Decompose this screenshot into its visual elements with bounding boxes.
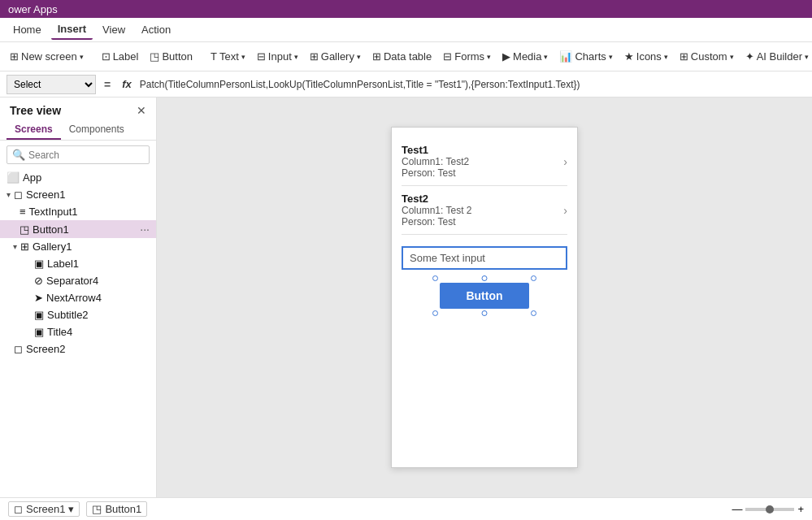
label-icon: ⊡ xyxy=(102,50,111,63)
app-icon: ⬜ xyxy=(7,171,20,184)
toolbar-gallery[interactable]: ⊞ Gallery ▾ xyxy=(305,47,366,66)
tree-item-screen1[interactable]: ▾ ◻ Screen1 xyxy=(0,186,156,203)
toolbar-custom[interactable]: ⊞ Custom ▾ xyxy=(675,47,739,66)
toolbar-ai-builder[interactable]: ✦ AI Builder ▾ xyxy=(740,47,812,66)
tree-item-title4[interactable]: ▣ Title4 xyxy=(0,323,156,340)
search-icon: 🔍 xyxy=(12,149,25,161)
button-container: Button xyxy=(402,283,567,309)
status-right: — + xyxy=(732,503,804,515)
handle-bl xyxy=(432,310,438,316)
gallery-item-1: Test1 Column1: Test2 Person: Test › xyxy=(402,137,567,186)
formula-equals: = xyxy=(101,78,114,91)
toolbar-forms[interactable]: ⊟ Forms ▾ xyxy=(438,47,496,66)
title-bar: ower Apps xyxy=(0,0,812,18)
toolbar: ⊞ New screen ▾ ⊡ Label ◳ Button T Text ▾… xyxy=(0,42,812,72)
button-icon: ◳ xyxy=(150,50,159,63)
toolbar-button[interactable]: ◳ Button xyxy=(145,47,198,66)
zoom-minus-icon[interactable]: — xyxy=(732,503,742,515)
tab-components[interactable]: Components xyxy=(61,120,132,140)
status-screen-selector[interactable]: ◻ Screen1 ▾ xyxy=(8,501,80,517)
tree-item-textinput1[interactable]: ≡ TextInput1 xyxy=(0,203,156,220)
toolbar-icons[interactable]: ★ Icons ▾ xyxy=(619,47,673,66)
icons-icon: ★ xyxy=(624,50,634,63)
zoom-plus-icon[interactable]: + xyxy=(797,503,804,515)
formula-fx-label: fx xyxy=(119,78,135,90)
tab-screens[interactable]: Screens xyxy=(7,120,61,140)
toolbar-charts[interactable]: 📊 Charts ▾ xyxy=(554,47,617,66)
toolbar-text[interactable]: T Text ▾ xyxy=(206,47,250,66)
tree-item-screen2[interactable]: ▾ ◻ Screen2 xyxy=(0,340,156,358)
tree-item-separator4[interactable]: ⊘ Separator4 xyxy=(0,272,156,289)
gallery-item-1-column1: Column1: Test2 xyxy=(402,156,567,167)
formula-bar: Select = fx xyxy=(0,72,812,98)
custom-chevron-icon: ▾ xyxy=(730,53,734,61)
sidebar-search-box[interactable]: 🔍 xyxy=(7,145,150,164)
text-chevron-icon: ▾ xyxy=(241,53,245,61)
zoom-slider[interactable] xyxy=(745,508,794,511)
label1-icon: ▣ xyxy=(34,258,44,270)
tree-item-nextarrow4[interactable]: ➤ NextArrow4 xyxy=(0,289,156,306)
sidebar-header: Tree view ✕ xyxy=(0,98,156,120)
input-icon: ⊟ xyxy=(257,50,266,63)
subtitle2-icon: ▣ xyxy=(34,309,44,321)
status-left: ◻ Screen1 ▾ ◳ Button1 xyxy=(8,501,147,517)
status-button-selector[interactable]: ◳ Button1 xyxy=(86,501,147,517)
selection-outline xyxy=(435,278,534,314)
toolbar-media[interactable]: ▶ Media ▾ xyxy=(497,47,553,66)
textinput1-icon: ≡ xyxy=(20,206,26,218)
icons-chevron-icon: ▾ xyxy=(664,53,668,61)
gallery-item-2-column1: Column1: Test 2 xyxy=(402,205,567,216)
toolbar-new-screen[interactable]: ⊞ New screen ▾ xyxy=(5,47,89,66)
separator4-icon: ⊘ xyxy=(34,275,43,287)
zoom-handle xyxy=(766,505,774,514)
sidebar-close-icon[interactable]: ✕ xyxy=(137,104,146,117)
handle-tm xyxy=(482,275,488,281)
gallery-item-1-chevron-icon: › xyxy=(563,155,567,168)
custom-icon: ⊞ xyxy=(680,50,688,63)
toolbar-label[interactable]: ⊡ Label xyxy=(97,47,144,66)
input-chevron-icon: ▾ xyxy=(294,53,298,61)
search-input[interactable] xyxy=(28,150,144,161)
menu-view[interactable]: View xyxy=(96,20,132,39)
status-bar: ◻ Screen1 ▾ ◳ Button1 — + xyxy=(0,497,812,520)
canvas-area: Test1 Column1: Test2 Person: Test › Test… xyxy=(157,98,812,497)
menu-action[interactable]: Action xyxy=(135,20,177,39)
status-screen-icon: ◻ xyxy=(14,503,23,515)
screen1-icon: ◻ xyxy=(14,188,23,201)
tree-item-button1[interactable]: ◳ Button1 ··· xyxy=(0,220,156,238)
tree-item-label1[interactable]: ▣ Label1 xyxy=(0,255,156,272)
sidebar-title: Tree view xyxy=(10,104,61,117)
button1-icon: ◳ xyxy=(20,223,29,236)
tree-item-subtitle2[interactable]: ▣ Subtitle2 xyxy=(0,306,156,323)
toolbar-input[interactable]: ⊟ Input ▾ xyxy=(252,47,303,66)
gallery-item-1-title: Test1 xyxy=(402,144,567,156)
gallery-chevron-icon: ▾ xyxy=(357,53,361,61)
media-chevron-icon: ▾ xyxy=(544,53,548,61)
screen2-icon: ◻ xyxy=(14,343,23,355)
status-screen-label: Screen1 xyxy=(26,503,65,515)
handle-bm xyxy=(482,310,488,316)
button-selection-wrapper: Button xyxy=(440,283,529,309)
tree-item-gallery1[interactable]: ▾ ⊞ Gallery1 xyxy=(0,238,156,255)
handle-tl xyxy=(432,275,438,281)
menu-insert[interactable]: Insert xyxy=(51,20,93,40)
gallery-item-1-person: Person: Test xyxy=(402,167,567,179)
menu-home[interactable]: Home xyxy=(7,20,48,39)
tree-item-more-icon[interactable]: ··· xyxy=(140,223,150,236)
gallery1-icon: ⊞ xyxy=(20,240,29,253)
app-frame: Test1 Column1: Test2 Person: Test › Test… xyxy=(391,127,578,468)
charts-icon: 📊 xyxy=(559,50,572,63)
handle-br xyxy=(531,310,536,316)
app-title: ower Apps xyxy=(8,3,58,15)
toolbar-datatable[interactable]: ⊞ Data table xyxy=(367,47,436,66)
canvas-text-input[interactable] xyxy=(402,246,567,270)
new-screen-icon: ⊞ xyxy=(10,50,19,63)
screen1-expand-icon: ▾ xyxy=(7,190,11,199)
status-screen-chevron-icon: ▾ xyxy=(68,503,74,515)
ai-builder-icon: ✦ xyxy=(745,50,754,63)
formula-select[interactable]: Select xyxy=(7,75,96,94)
tree-item-app[interactable]: ⬜ App xyxy=(0,169,156,186)
sidebar: Tree view ✕ Screens Components 🔍 ⬜ App ▾… xyxy=(0,98,157,497)
ai-builder-chevron-icon: ▾ xyxy=(805,53,809,61)
formula-input[interactable] xyxy=(140,79,805,90)
